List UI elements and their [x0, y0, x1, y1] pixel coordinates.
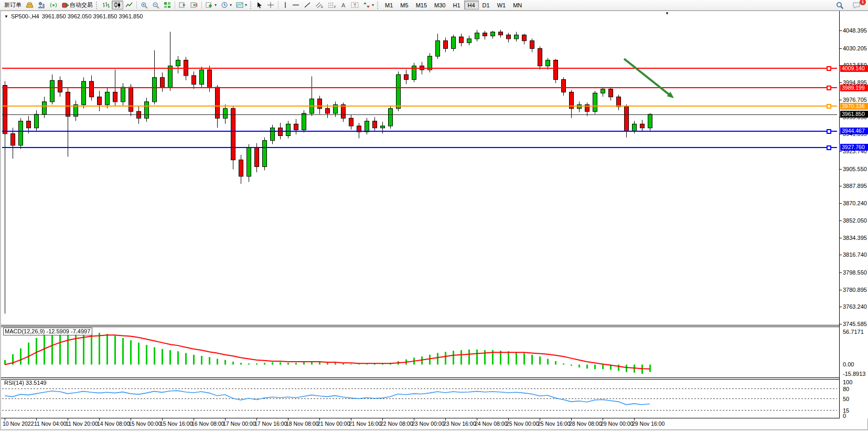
vertical-line-icon [283, 2, 287, 8]
svg-text:E: E [321, 5, 323, 8]
arrow-objects-icon [363, 2, 370, 8]
time-axis-label: 25 Nov 16:00 [538, 421, 570, 427]
ohlc-quote-label: 3961.850 3962.050 3961.850 3961.850 [42, 13, 143, 19]
horizontal-line-button[interactable] [290, 1, 302, 9]
auto-scroll-button[interactable] [177, 1, 188, 9]
toolbar-grip[interactable] [250, 2, 252, 9]
rsi-axis-label: 100 [843, 379, 852, 385]
timeframe-button-m15[interactable]: M15 [412, 1, 431, 9]
time-axis-label: 16 Nov 08:00 [191, 421, 224, 427]
price-axis-tick-label: 3745.585 [843, 321, 867, 327]
macd-axis-label: 0.00 [843, 361, 854, 367]
text-label-button[interactable]: T [349, 1, 361, 9]
panel-divider [1, 327, 839, 327]
price-axis-tick [840, 30, 842, 31]
chart-shift-button[interactable] [188, 1, 200, 9]
price-chart-canvas[interactable] [2, 12, 837, 325]
profile-button[interactable] [36, 1, 48, 9]
timeframe-button-w1[interactable]: W1 [494, 1, 510, 9]
tile-windows-icon [164, 2, 171, 8]
svg-text:T: T [353, 3, 357, 8]
timeframe-button-h4[interactable]: H4 [464, 1, 479, 9]
equidistant-channel-button[interactable]: E [313, 1, 326, 9]
timeframe-toolbar: M1M5M15M30H1H4D1W1MN [381, 1, 526, 9]
timeframe-button-d1[interactable]: D1 [479, 1, 494, 9]
time-axis-label: 23 Nov 00:00 [412, 421, 444, 427]
auto-trading-button[interactable]: 自动交易 [60, 1, 95, 9]
price-axis-tick [840, 307, 842, 307]
templates-button[interactable]: ▾ [234, 1, 249, 9]
vertical-line-button[interactable] [280, 1, 290, 9]
panel-divider[interactable] [1, 325, 839, 325]
panel-divider[interactable] [1, 377, 839, 378]
candlestick-chart-button[interactable] [112, 1, 123, 9]
rsi-panel-canvas[interactable] [2, 379, 837, 417]
arrows-button[interactable]: ▾ [361, 1, 376, 9]
deposit-button[interactable] [24, 1, 36, 9]
time-axis-label: 14 Nov 08:00 [97, 421, 130, 427]
price-axis-tick [840, 290, 842, 290]
zoom-out-button[interactable] [150, 1, 162, 9]
price-axis-tick [840, 151, 842, 152]
price-axis-tick [840, 324, 842, 324]
time-axis-label: 22 Nov 08:00 [380, 421, 413, 427]
search-icon [836, 2, 844, 9]
time-axis-label: 25 Nov 00:00 [506, 421, 539, 427]
clock-icon [221, 2, 228, 8]
tile-windows-button[interactable] [162, 1, 173, 9]
timeframe-button-mn[interactable]: MN [509, 1, 526, 9]
horizontal-line-icon [292, 2, 299, 8]
timeframe-button-h1[interactable]: H1 [449, 1, 464, 9]
price-axis-tick [840, 220, 842, 221]
zoom-in-button[interactable] [138, 1, 150, 9]
new-chart-button[interactable]: ▾ [203, 1, 219, 9]
price-axis-tick [840, 82, 842, 83]
macd-axis-label: 56.7171 [843, 329, 864, 335]
macd-indicator-label: MACD(12,26,9) -12.5909 -7.4997 [3, 328, 92, 335]
notifications-button[interactable]: 1 [850, 1, 863, 9]
template-icon [236, 2, 243, 8]
price-axis[interactable]: 4048.3954030.2054012.5503994.8953976.705… [839, 11, 868, 418]
timeframe-button-m1[interactable]: M1 [381, 1, 397, 9]
channel-icon: E [315, 2, 324, 8]
macd-panel-canvas[interactable] [2, 327, 837, 377]
fibonacci-icon: F [328, 2, 336, 8]
periods-button[interactable]: ▾ [219, 1, 234, 9]
macd-axis-label: -15.8913 [843, 371, 865, 377]
toolbar-grip[interactable] [377, 2, 379, 9]
price-axis-tick [840, 169, 842, 170]
toolbar-separator [278, 1, 278, 9]
time-axis-label: 18 Nov 08:00 [286, 421, 318, 427]
rsi-indicator-label: RSI(14) 33.5149 [3, 380, 48, 386]
signals-button[interactable] [48, 1, 60, 9]
chart-shift-marker-icon[interactable]: ▼ [665, 11, 669, 16]
price-axis-tick-label: 3976.705 [843, 97, 867, 103]
line-chart-button[interactable] [123, 1, 135, 9]
timeframe-button-m5[interactable]: M5 [397, 1, 412, 9]
fibonacci-button[interactable]: F [326, 1, 338, 9]
time-axis-label: 21 Nov 00:00 [317, 421, 350, 427]
text-button[interactable]: A [338, 1, 349, 9]
bar-chart-button[interactable] [100, 1, 112, 9]
dropdown-arrow-icon: ▾ [372, 3, 374, 7]
time-axis-label: 21 Nov 16:00 [349, 421, 381, 427]
rsi-axis-label: 0 [843, 413, 846, 419]
bar-chart-icon [102, 2, 110, 8]
cursor-button[interactable] [254, 1, 265, 9]
new-order-button[interactable]: 新订单 [2, 1, 24, 9]
rsi-name: RSI(14) [4, 380, 24, 386]
price-axis-tick [840, 100, 842, 100]
crosshair-button[interactable] [265, 1, 276, 9]
price-axis-tick-label: 3763.240 [843, 303, 867, 310]
time-axis[interactable]: 10 Nov 202211 Nov 04:0011 Nov 20:0014 No… [2, 418, 837, 429]
timeframe-button-m30[interactable]: M30 [431, 1, 449, 9]
time-axis-label: 11 Nov 20:00 [66, 421, 98, 427]
dropdown-arrow-icon: ▾ [245, 3, 247, 7]
collapse-triangle-icon[interactable]: ▼ [4, 14, 8, 19]
toolbar-grip[interactable] [96, 2, 98, 9]
time-axis-label: 17 Nov 16:00 [254, 421, 287, 427]
price-tag: 3989.199 [840, 85, 868, 91]
search-button[interactable] [834, 1, 846, 9]
symbol-period-label: SP500-,H4 [11, 13, 39, 19]
trendline-button[interactable] [302, 1, 313, 9]
